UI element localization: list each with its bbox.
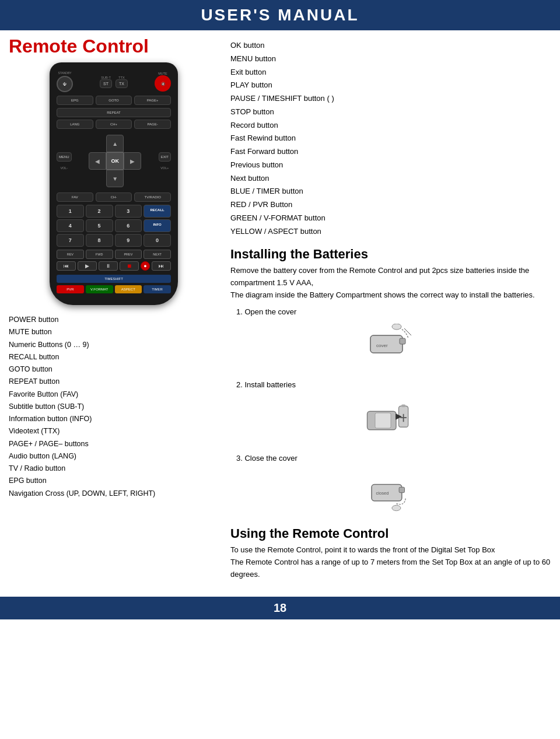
main-content: Remote Control STANDBY ⏻ SUB-T ST [0, 30, 560, 591]
nav-down-button[interactable]: ▼ [106, 170, 124, 187]
remote-wrapper: STANDBY ⏻ SUB-T ST TTX TX [9, 62, 219, 305]
list-item: Favorite Button (FAV) [9, 388, 219, 401]
play-button[interactable]: ▶ [78, 261, 97, 271]
subt-label: SUB-T [101, 76, 111, 79]
num8-button[interactable]: 8 [86, 234, 113, 247]
list-item: BLUE / TIMER button [230, 185, 551, 198]
info-button[interactable]: INFO [144, 219, 171, 232]
num3-button[interactable]: 3 [115, 205, 142, 218]
nav-up-button[interactable]: ▲ [106, 135, 124, 152]
page-header: USER'S MANUAL [0, 0, 560, 30]
num1-button[interactable]: 1 [57, 205, 84, 218]
num4-button[interactable]: 4 [57, 219, 84, 232]
pause-button[interactable]: ⏸ [99, 261, 118, 271]
button-list: OK button MENU button Exit button PLAY b… [230, 39, 551, 238]
list-item: PAUSE / TIMESHIFT button ( ) [230, 92, 551, 106]
timer-button[interactable]: TIMER [144, 285, 171, 293]
remote-control: STANDBY ⏻ SUB-T ST TTX TX [50, 62, 178, 305]
nav-section: MENU VOL- ▲ ◀ OK ▶ ▼ [57, 132, 171, 190]
chminus-button[interactable]: CH- [96, 192, 132, 202]
lang-button[interactable]: LANG [57, 120, 93, 129]
remote-top-row: STANDBY ⏻ SUB-T ST TTX TX [57, 71, 171, 92]
list-item: Videotext (TTX) [9, 425, 219, 437]
list-item: RECALL button [9, 351, 219, 363]
list-item: STOP button [230, 106, 551, 119]
numpad: 1 2 3 RECALL 4 5 6 INFO 7 8 9 0 [57, 205, 171, 247]
rewind-button[interactable]: ⏮ [57, 261, 76, 271]
vol-minus-label: VOL- [60, 166, 68, 170]
transport-labels: REV FWD PREV NEXT [57, 250, 171, 259]
list-item: Numeric Buttons (0 … 9) [9, 339, 219, 351]
exit-button[interactable]: EXIT [159, 152, 171, 162]
recall-button[interactable]: RECALL [144, 205, 171, 218]
svg-point-3 [392, 324, 401, 330]
using-title: Using the Remote Control [230, 526, 551, 541]
nav-corner-tl [89, 135, 106, 152]
ttx-label: TTX [118, 76, 124, 79]
goto-button[interactable]: GOTO [96, 96, 132, 105]
list-item: PAGE+ / PAGE– buttons [9, 438, 219, 450]
list-item: Fast Rewind button [230, 132, 551, 145]
vol-plus-label: VOL+ [160, 166, 169, 170]
list-item: GOTO button [9, 363, 219, 376]
rev-label: REV [57, 250, 84, 259]
power-button[interactable]: ⏻ [57, 76, 73, 92]
nav-cross: ▲ ◀ OK ▶ ▼ [89, 135, 141, 187]
epg-button[interactable]: EPG [57, 96, 93, 105]
pageminus-button[interactable]: PAGE- [134, 120, 171, 129]
list-item: Audio button (LANG) [9, 450, 219, 463]
timeshift-button[interactable]: TIMESHIFT [57, 275, 171, 283]
page-footer: 18 [0, 597, 560, 619]
ttx-button[interactable]: TX [116, 79, 128, 88]
num6-button[interactable]: 6 [115, 219, 142, 232]
install-batteries-svg [365, 397, 417, 444]
nav-right-button[interactable]: ▶ [124, 152, 141, 170]
pvr-button[interactable]: PVR [57, 285, 84, 293]
svg-text:closed: closed [376, 491, 389, 496]
num7-button[interactable]: 7 [57, 234, 84, 247]
list-item: RED / PVR Button [230, 198, 551, 212]
right-column: OK button MENU button Exit button PLAY b… [230, 36, 551, 585]
list-item: EPG button [9, 475, 219, 487]
repeat-button[interactable]: REPEAT [57, 108, 171, 117]
svg-text:cover: cover [376, 343, 388, 348]
num5-button[interactable]: 5 [86, 219, 113, 232]
chplus-button[interactable]: CH+ [96, 120, 132, 129]
tvradio-button[interactable]: TV/RADIO [134, 192, 171, 202]
menu-button[interactable]: MENU [57, 152, 72, 162]
fwd-label: FWD [86, 250, 113, 259]
fav-button[interactable]: FAV [57, 192, 93, 202]
list-item: OK button [230, 39, 551, 52]
list-item: MENU button [230, 52, 551, 66]
fastforward-button[interactable]: ⏭ [152, 261, 171, 271]
list-item: Navigation Cross (UP, DOWN, LEFT, RIGHT) [9, 488, 219, 500]
nav-corner-br [124, 170, 141, 187]
nav-corner-tr [124, 135, 141, 152]
nav-left-button[interactable]: ◀ [89, 152, 106, 170]
num2-button[interactable]: 2 [86, 205, 113, 218]
timeshift-row: TIMESHIFT [57, 272, 171, 283]
subt-button[interactable]: ST [100, 79, 112, 88]
vformat-button[interactable]: V.FORMAT [86, 285, 113, 293]
standby-label: STANDBY [58, 71, 71, 75]
list-item: Previous button [230, 159, 551, 172]
pageplus-button[interactable]: PAGE+ [134, 96, 171, 105]
num0-button[interactable]: 0 [144, 234, 171, 247]
ok-button[interactable]: OK [106, 152, 124, 170]
list-item: Next button [230, 172, 551, 185]
list-item: MUTE button [9, 326, 219, 338]
left-bottom-list: POWER button MUTE button Numeric Buttons… [9, 314, 219, 500]
stop-button[interactable]: ⏹ [120, 261, 139, 271]
main-title: USER'S MANUAL [0, 6, 560, 24]
record-button[interactable]: ● [141, 261, 150, 271]
page-title: Remote Control [9, 36, 219, 57]
mute-button[interactable]: 🔇 [155, 75, 171, 92]
left-column: Remote Control STANDBY ⏻ SUB-T ST [9, 36, 219, 585]
num9-button[interactable]: 9 [115, 234, 142, 247]
battery-diagram-2 [230, 397, 551, 444]
svg-point-14 [392, 505, 401, 510]
svg-rect-2 [400, 338, 405, 344]
list-item: Fast Forward button [230, 145, 551, 159]
list-item: POWER button [9, 314, 219, 326]
aspect-button[interactable]: ASPECT [115, 285, 142, 293]
